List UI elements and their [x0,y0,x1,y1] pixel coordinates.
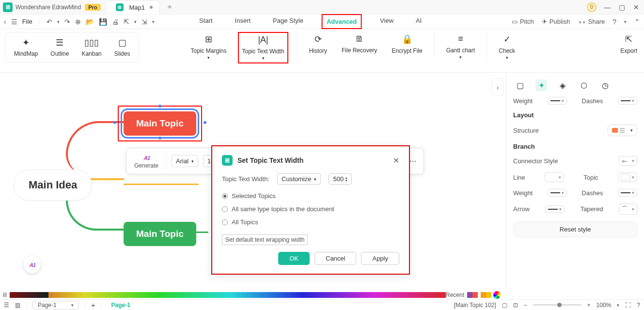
color-swatch[interactable] [19,292,24,298]
new-icon[interactable]: ⊕ [75,18,81,26]
color-swatch[interactable] [48,292,53,298]
color-swatch[interactable] [24,292,29,298]
sp-topic-color[interactable]: ▾ [618,172,637,182]
color-swatch[interactable] [58,292,63,298]
color-swatch[interactable] [223,292,228,298]
tool-encrypt-file[interactable]: 🔒Encrypt File [389,32,425,63]
sp-tapered-select[interactable]: ⌒▾ [619,203,637,215]
color-swatch[interactable] [407,292,412,298]
color-swatch[interactable] [29,292,34,298]
color-swatch[interactable] [218,292,223,298]
export-caret[interactable]: ▾ [134,19,137,24]
sp-arrow-select[interactable]: ▾ [545,205,565,213]
color-swatch[interactable] [300,292,305,298]
color-swatch[interactable] [286,292,291,298]
view-slides[interactable]: ▢Slides [110,35,134,59]
color-swatch[interactable] [213,292,218,298]
color-swatch[interactable] [262,292,267,298]
width-mode-select[interactable]: Customize▾ [277,173,321,185]
sp-weight2-select[interactable]: ▾ [548,189,567,197]
radio-selected-topics[interactable]: Selected Topics [222,192,399,200]
color-swatch[interactable] [97,292,102,298]
recent-color-2[interactable] [472,292,478,298]
color-swatch[interactable] [15,292,19,298]
share-caret[interactable]: ▾ [152,19,155,24]
sp-structure-select[interactable]: ▾ [608,124,637,136]
color-swatch[interactable] [373,292,378,298]
color-swatch[interactable] [184,292,189,298]
color-swatch[interactable] [189,292,194,298]
tool-topic-margins[interactable]: ⊞Topic Margins▾ [188,32,229,63]
color-swatch[interactable] [53,292,58,298]
tool-history[interactable]: ⟳History [306,32,330,63]
color-swatch[interactable] [271,292,276,298]
color-swatch[interactable] [145,292,150,298]
recent-color-3[interactable] [481,292,486,298]
tool-export[interactable]: ⇱Export [620,34,637,54]
reset-style-button[interactable]: Reset style [513,221,637,237]
undo-icon[interactable]: ↶ [47,18,52,26]
main-topic-green[interactable]: Main Topic [124,222,196,246]
generate-button[interactable]: ᴀɪ Generate [131,154,161,169]
color-swatch[interactable] [349,292,354,298]
color-swatch[interactable] [441,292,446,298]
width-value-input[interactable]: 500▴▾ [329,173,352,185]
font-select[interactable]: Arial▾ [172,155,198,167]
page-select[interactable]: Page-1▾ [32,301,79,310]
color-swatch[interactable] [252,292,257,298]
menu-ai[interactable]: AI [412,14,425,29]
sb-fit-icon[interactable]: ⊡ [513,302,518,309]
dialog-close-button[interactable]: ✕ [393,156,399,165]
color-swatch[interactable] [237,292,242,298]
tool-gantt-chart[interactable]: ≡Gantt chart▾ [443,32,478,63]
color-swatch[interactable] [68,292,73,298]
color-swatch[interactable] [136,292,141,298]
color-swatch[interactable] [378,292,383,298]
tool-topic-text-width[interactable]: |A|Topic Text Width▾ [238,32,288,63]
color-swatch[interactable] [330,292,334,298]
color-swatch[interactable] [150,292,155,298]
menu-insert[interactable]: Insert [231,14,255,29]
print-icon[interactable]: 🖨 [112,18,119,26]
color-swatch[interactable] [320,292,325,298]
color-swatch[interactable] [276,292,281,298]
new-tab-button[interactable]: ＋ [166,2,173,12]
mindmap-canvas[interactable]: Main Idea Main Topic Main Topic Subtopic… [0,73,503,290]
open-icon[interactable]: 📂 [86,18,94,26]
view-mindmap[interactable]: ✦MindMap [10,35,42,59]
color-swatch[interactable] [431,292,436,298]
collapse-ribbon-icon[interactable]: ⌃ [634,18,640,26]
zoom-in[interactable]: + [587,302,591,309]
color-swatch[interactable] [242,292,247,298]
color-swatch[interactable] [208,292,213,298]
color-swatch[interactable] [155,292,160,298]
color-swatch[interactable] [368,292,373,298]
color-swatch[interactable] [344,292,349,298]
sp-tab-icon[interactable]: ⬡ [578,79,590,91]
help-caret[interactable]: ▾ [624,19,627,24]
recent-color-1[interactable] [467,292,472,298]
redo-icon[interactable]: ↷ [64,18,70,26]
apply-button[interactable]: Apply [361,252,399,265]
color-swatch[interactable] [291,292,296,298]
color-swatch[interactable] [204,292,208,298]
back-icon[interactable]: ‹ [4,18,6,26]
export-small-icon[interactable]: ⇱ [124,18,129,26]
color-swatch[interactable] [339,292,344,298]
undo-caret[interactable]: ▾ [57,19,60,24]
color-swatch[interactable] [310,292,315,298]
menu-start[interactable]: Start [195,14,216,29]
color-swatch[interactable] [281,292,286,298]
share-button[interactable]: ∘∘Share [578,18,605,25]
color-swatch[interactable] [87,292,92,298]
color-swatch[interactable] [363,292,368,298]
tab-map1[interactable]: ⊞ Map1 [106,0,160,14]
recent-color-4[interactable] [486,292,491,298]
color-picker-button[interactable] [493,291,501,299]
publish-button[interactable]: ✈Publish [542,18,570,25]
sb-outline-icon[interactable]: ☰ [4,302,9,309]
color-swatch[interactable] [92,292,97,298]
color-swatch[interactable] [63,292,68,298]
color-swatch[interactable] [325,292,330,298]
color-swatch[interactable] [393,292,397,298]
